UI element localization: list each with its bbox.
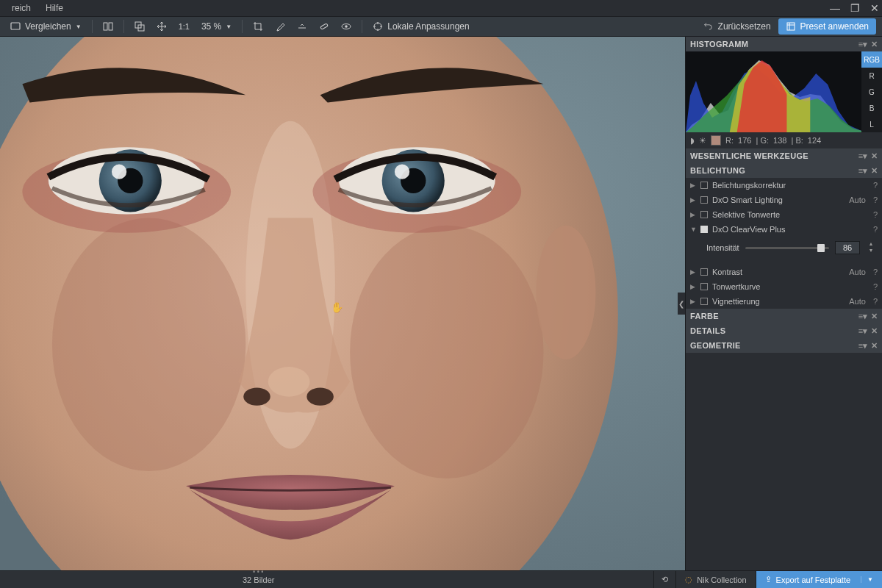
- help-icon[interactable]: ?: [873, 210, 878, 219]
- tool-row[interactable]: ▶Tonwertkurve?: [686, 279, 882, 294]
- close-icon[interactable]: ✕: [871, 312, 878, 321]
- stepper[interactable]: ▲▼: [866, 241, 876, 254]
- svg-rect-1: [104, 23, 107, 30]
- tool-row[interactable]: ▶Belichtungskorrektur?: [686, 178, 882, 193]
- close-icon[interactable]: ✕: [871, 40, 878, 49]
- slider-row: Intensität▲▼: [686, 237, 882, 260]
- enable-toggle[interactable]: [700, 196, 708, 204]
- section-geometry[interactable]: GEOMETRIE ≡▾✕: [686, 338, 882, 353]
- reset-button[interactable]: Zurücksetzen: [699, 18, 775, 35]
- menu-icon[interactable]: ≡▾: [858, 341, 868, 351]
- auto-button[interactable]: Auto: [846, 268, 869, 276]
- one-to-one-button[interactable]: 1:1: [174, 18, 194, 35]
- eyedropper-icon: [275, 21, 285, 32]
- channel-g[interactable]: G: [861, 84, 882, 100]
- channel-b[interactable]: B: [861, 100, 882, 116]
- svg-point-12: [52, 218, 245, 471]
- close-icon[interactable]: ✕: [871, 341, 878, 351]
- tool-row[interactable]: ▶Selektive Tonwerte?: [686, 207, 882, 222]
- enable-toggle[interactable]: [700, 298, 708, 305]
- image-viewport[interactable]: ✋ ❮: [0, 37, 685, 570]
- menu-icon[interactable]: ≡▾: [858, 151, 868, 161]
- eye-icon: [341, 21, 351, 32]
- menu-item-help[interactable]: Hilfe: [38, 3, 71, 13]
- columns-icon: [103, 21, 113, 32]
- split-view-button[interactable]: [98, 18, 118, 35]
- nik-collection-button[interactable]: ◌ Nik Collection: [675, 571, 755, 588]
- close-icon[interactable]: ✕: [871, 326, 878, 336]
- section-exposure[interactable]: BELICHTUNG ≡▾✕: [686, 163, 882, 178]
- window-close[interactable]: ✕: [870, 2, 879, 14]
- apply-preset-label: Preset anwenden: [800, 21, 869, 32]
- crop-tool-button[interactable]: [248, 18, 268, 35]
- svg-point-28: [536, 226, 595, 359]
- chevron-down-icon: ▼: [690, 226, 696, 233]
- section-essentials[interactable]: WESENTLICHE WERKZEUGE ≡▾✕: [686, 148, 882, 163]
- crop-overlay-button[interactable]: [130, 18, 149, 35]
- highlight-clip-icon[interactable]: ☀: [699, 136, 706, 146]
- menu-icon[interactable]: ≡▾: [858, 40, 868, 49]
- tool-row[interactable]: ▶KontrastAuto?: [686, 265, 882, 279]
- enable-toggle[interactable]: [700, 182, 708, 189]
- help-icon[interactable]: ?: [873, 181, 878, 190]
- chevron-right-icon: ▶: [690, 211, 696, 218]
- crop-icon: [253, 21, 263, 32]
- sample-swatch: [711, 135, 721, 146]
- tool-row[interactable]: ▶VignettierungAuto?: [686, 294, 882, 309]
- tool-row[interactable]: ▼DxO ClearView Plus?: [686, 222, 882, 237]
- zoom-value: 35 %: [201, 21, 221, 32]
- enable-toggle[interactable]: [700, 211, 708, 218]
- help-icon[interactable]: ?: [873, 225, 878, 234]
- help-icon[interactable]: ?: [873, 282, 878, 291]
- move-tool-button[interactable]: [152, 18, 171, 35]
- help-icon[interactable]: ?: [873, 196, 878, 204]
- enable-toggle[interactable]: [700, 283, 708, 290]
- repair-tool-button[interactable]: [315, 18, 334, 35]
- menu-item-reich[interactable]: reich: [4, 3, 38, 13]
- chevron-right-icon: ▶: [690, 298, 696, 305]
- intensity-value[interactable]: [835, 241, 860, 254]
- slider-label: Intensität: [706, 243, 739, 252]
- svg-rect-9: [787, 23, 795, 30]
- menu-icon[interactable]: ≡▾: [858, 312, 868, 321]
- toolbar: Vergleichen ▼ 1:1 35 % ▼ Lokale Anpassun…: [0, 16, 882, 37]
- enable-toggle[interactable]: [700, 268, 708, 276]
- nik-label: Nik Collection: [697, 576, 746, 584]
- reset-label: Zurücksetzen: [718, 21, 771, 32]
- horizon-tool-button[interactable]: [293, 18, 312, 35]
- section-color[interactable]: FARBE ≡▾✕: [686, 309, 882, 323]
- menu-icon[interactable]: ≡▾: [858, 326, 868, 336]
- close-icon[interactable]: ✕: [871, 166, 878, 176]
- tool-row[interactable]: ▶DxO Smart LightingAuto?: [686, 193, 882, 207]
- auto-button[interactable]: Auto: [846, 297, 869, 306]
- eyedropper-button[interactable]: [270, 18, 290, 35]
- enable-toggle[interactable]: [700, 226, 708, 233]
- panel-collapse-handle[interactable]: ❮: [678, 293, 685, 315]
- intensity-slider[interactable]: [745, 247, 829, 249]
- local-adjust-button[interactable]: Lokale Anpassungen: [368, 18, 473, 35]
- close-icon[interactable]: ✕: [871, 151, 878, 161]
- menu-icon[interactable]: ≡▾: [858, 166, 868, 176]
- shadow-clip-icon[interactable]: ◗: [690, 136, 695, 146]
- svg-point-20: [112, 165, 126, 179]
- apply-preset-button[interactable]: Preset anwenden: [778, 18, 876, 35]
- section-title: WESENTLICHE WERKZEUGE: [690, 151, 808, 160]
- help-icon[interactable]: ?: [873, 268, 878, 276]
- channel-r[interactable]: R: [861, 68, 882, 84]
- window-restore[interactable]: ❐: [850, 2, 860, 14]
- overlay-icon: [135, 21, 145, 32]
- section-histogram[interactable]: HISTOGRAMM ≡▾✕: [686, 37, 882, 51]
- local-adjust-label: Lokale Anpassungen: [387, 21, 469, 32]
- export-button[interactable]: ⇪ Export auf Festplatte ▼: [756, 571, 882, 588]
- preview-button[interactable]: [337, 18, 356, 35]
- help-icon[interactable]: ?: [873, 297, 878, 306]
- drag-handle-icon[interactable]: • • •: [253, 568, 263, 576]
- window-minimize[interactable]: —: [830, 2, 840, 14]
- auto-button[interactable]: Auto: [846, 196, 869, 204]
- channel-rgb[interactable]: RGB: [861, 51, 882, 68]
- loop-button[interactable]: ⟲: [653, 571, 675, 588]
- section-details[interactable]: DETAILS ≡▾✕: [686, 323, 882, 338]
- compare-button[interactable]: Vergleichen ▼: [6, 18, 86, 35]
- channel-l[interactable]: L: [861, 116, 882, 132]
- zoom-percent[interactable]: 35 % ▼: [197, 18, 236, 35]
